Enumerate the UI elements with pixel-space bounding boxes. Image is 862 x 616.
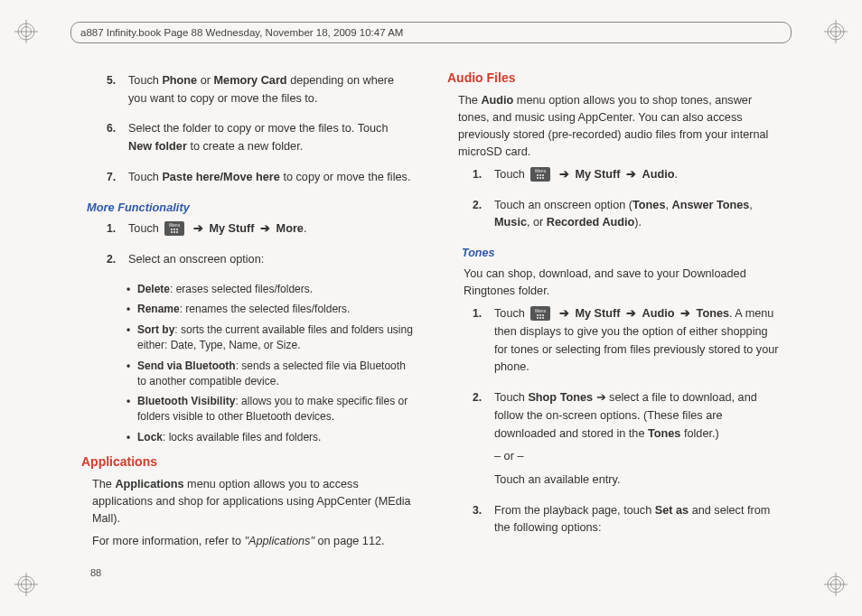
- step-7: 7. Touch Paste here/Move here to copy or…: [107, 169, 415, 192]
- morefunc-step-2: 2. Select an onscreen option:: [107, 251, 415, 275]
- crop-mark-icon: [824, 573, 848, 596]
- menu-icon: Menu: [530, 167, 550, 182]
- left-column: 5. Touch Phone or Memory Card depending …: [81, 69, 415, 562]
- heading-more-functionality: More Functionality: [87, 199, 415, 217]
- heading-tones: Tones: [462, 245, 781, 262]
- crop-mark-icon: [14, 573, 38, 596]
- step-6: 6. Select the folder to copy or move the…: [107, 120, 415, 161]
- tones-paragraph: You can shop, download, and save to your…: [464, 266, 781, 300]
- print-header-text: a887 Infinity.book Page 88 Wednesday, No…: [80, 27, 403, 38]
- applications-crossref: For more information, refer to "Applicat…: [92, 533, 415, 551]
- bullet-send-bt: •Send via Bluetooth: sends a selected fi…: [126, 359, 415, 389]
- page-content: 5. Touch Phone or Memory Card depending …: [81, 69, 781, 562]
- step-5: 5. Touch Phone or Memory Card depending …: [107, 72, 415, 113]
- bullet-lock: •Lock: locks available files and folders…: [126, 430, 415, 445]
- audio-step-2: 2. Touch an onscreen option (Tones, Answ…: [473, 197, 781, 238]
- audio-step-1: 1. Touch Menu ➔ My Stuff ➔ Audio.: [473, 166, 781, 190]
- tones-step-2: 2. Touch Shop Tones ➔ select a file to d…: [473, 389, 781, 494]
- applications-paragraph: The Applications menu option allows you …: [92, 476, 415, 527]
- audio-paragraph: The Audio menu option allows you to shop…: [458, 92, 781, 161]
- menu-icon: Menu: [530, 306, 550, 321]
- bullet-delete: •Delete: erases selected files/folders.: [126, 282, 415, 297]
- right-column: Audio Files The Audio menu option allows…: [447, 69, 781, 562]
- bullet-sortby: •Sort by: sorts the current available fi…: [126, 322, 415, 353]
- crop-mark-icon: [824, 20, 848, 43]
- tones-step-3: 3. From the playback page, touch Set as …: [473, 502, 781, 543]
- morefunc-step-1: 1. Touch Menu ➔ My Stuff ➔ More.: [107, 220, 415, 244]
- print-header: a887 Infinity.book Page 88 Wednesday, No…: [70, 22, 792, 43]
- crop-mark-icon: [14, 20, 38, 43]
- heading-audio-files: Audio Files: [447, 69, 781, 89]
- tones-step-1: 1. Touch Menu ➔ My Stuff ➔ Audio ➔ Tones…: [473, 305, 781, 382]
- bullet-rename: •Rename: renames the selected files/fold…: [126, 302, 415, 317]
- page-number: 88: [90, 567, 101, 578]
- heading-applications: Applications: [81, 453, 415, 472]
- menu-icon: Menu: [164, 221, 184, 236]
- bullet-bt-vis: •Bluetooth Visibility: allows you to mak…: [126, 394, 415, 425]
